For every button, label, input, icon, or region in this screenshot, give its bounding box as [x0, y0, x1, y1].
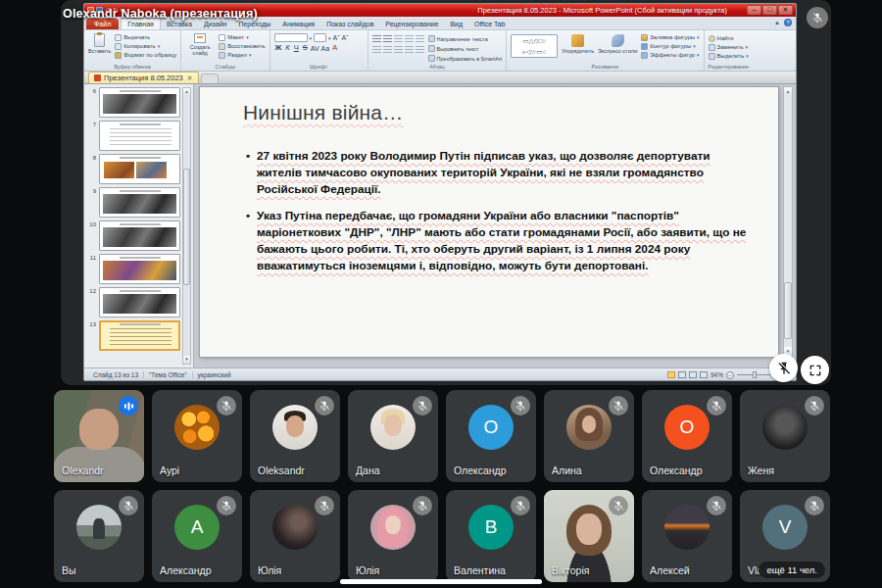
- font-size-combobox[interactable]: [314, 33, 326, 42]
- select-button[interactable]: Выделить▾: [709, 53, 749, 60]
- underline-button[interactable]: Ч: [293, 43, 300, 53]
- restore-button[interactable]: □: [762, 5, 777, 15]
- convert-smartart-button[interactable]: Преобразовать в SmartArt: [428, 55, 503, 62]
- zoom-slider[interactable]: [737, 374, 770, 375]
- zoom-out-icon[interactable]: −: [726, 371, 734, 379]
- participant-tile[interactable]: ВВалентина: [446, 490, 536, 582]
- replace-button[interactable]: Заменить▾: [709, 44, 749, 51]
- participant-name: Валентина: [454, 564, 506, 576]
- participant-tile[interactable]: Вікторія: [544, 490, 634, 582]
- paste-button[interactable]: Вставить: [88, 32, 111, 64]
- ribbon-tab[interactable]: Рецензирование: [379, 19, 444, 29]
- close-tab-icon[interactable]: ✕: [186, 74, 193, 82]
- character-spacing-icon[interactable]: AV: [311, 44, 319, 53]
- zoom-slider-thumb[interactable]: [753, 371, 757, 378]
- find-button[interactable]: Найти: [709, 35, 749, 42]
- decrease-indent-icon[interactable]: [394, 35, 403, 43]
- reading-view-icon[interactable]: [689, 371, 697, 378]
- participant-tile[interactable]: Женя: [740, 390, 830, 482]
- slideshow-view-icon[interactable]: [700, 371, 708, 378]
- shape-effects-button[interactable]: Эффекты фигур▾: [641, 52, 699, 59]
- align-right-icon[interactable]: [394, 46, 403, 54]
- slide-sorter-view-icon[interactable]: [678, 371, 686, 378]
- ribbon-tab[interactable]: Office Tab: [468, 19, 511, 29]
- participant-tile[interactable]: ААлександр: [152, 490, 242, 582]
- layout-button[interactable]: Макет▾: [219, 34, 265, 41]
- participant-tile[interactable]: Алина: [544, 390, 634, 482]
- normal-view-icon[interactable]: [667, 371, 675, 378]
- align-left-icon[interactable]: [372, 46, 381, 54]
- align-center-icon[interactable]: [383, 46, 392, 54]
- scrollbar-thumb[interactable]: [183, 169, 190, 285]
- ribbon-tab[interactable]: Вид: [444, 19, 468, 29]
- text-direction-button[interactable]: Направление текста: [428, 35, 503, 42]
- bold-button[interactable]: Ж: [274, 43, 283, 53]
- slide-thumbnail[interactable]: 10: [86, 220, 180, 251]
- participant-tile[interactable]: Olexandr: [54, 390, 144, 482]
- copy-button[interactable]: Копировать▾: [115, 43, 176, 50]
- slide-thumbnail[interactable]: 6: [86, 87, 180, 118]
- font-color-button[interactable]: А: [331, 43, 338, 53]
- close-button[interactable]: ✕: [778, 5, 793, 15]
- line-spacing-icon[interactable]: [416, 35, 424, 43]
- shape-fill-button[interactable]: Заливка фигуры▾: [641, 34, 699, 41]
- format-painter-button[interactable]: Формат по образцу: [115, 52, 176, 59]
- slide-thumbnail[interactable]: 8: [86, 154, 180, 184]
- new-slide-button[interactable]: Создать слайд: [185, 32, 215, 64]
- fullscreen-button[interactable]: [801, 356, 829, 384]
- slide-vertical-scrollbar[interactable]: ▲ ▼: [783, 86, 793, 357]
- cut-button[interactable]: Вырезать: [115, 34, 176, 41]
- arrange-button[interactable]: Упорядочить: [562, 32, 594, 64]
- collapse-ribbon-icon[interactable]: ▲: [774, 20, 780, 25]
- scroll-up-icon[interactable]: ▲: [183, 88, 190, 96]
- grow-font-icon[interactable]: Aˆ: [333, 33, 340, 42]
- quick-styles-button[interactable]: Экспресс-стили: [598, 32, 637, 64]
- shrink-font-icon[interactable]: Aˇ: [342, 33, 349, 42]
- font-name-combobox[interactable]: [274, 33, 308, 42]
- scroll-up-icon[interactable]: ▲: [784, 87, 792, 96]
- italic-button[interactable]: К: [284, 43, 290, 53]
- meeting-screen: ↺ ↻ ▾ Презентация 8.05.2023 - Microsoft …: [0, 0, 882, 588]
- participant-tile[interactable]: Аурі: [152, 390, 242, 482]
- strikethrough-button[interactable]: S: [302, 43, 309, 53]
- scrollbar-thumb[interactable]: [784, 282, 792, 339]
- slide-thumbnail[interactable]: 7: [86, 121, 180, 151]
- ribbon-tab[interactable]: Показ слайдов: [320, 19, 379, 29]
- slide-thumbnail[interactable]: 13: [86, 320, 180, 351]
- participant-tile[interactable]: Oleksandr: [250, 390, 340, 482]
- slide-thumbnail[interactable]: 11: [86, 254, 180, 284]
- align-text-button[interactable]: Выровнять текст: [428, 45, 503, 52]
- increase-indent-icon[interactable]: [405, 35, 414, 43]
- minimize-button[interactable]: –: [747, 5, 761, 15]
- participant-tile[interactable]: ООлександр: [642, 390, 732, 482]
- slide-thumbnail[interactable]: 9: [86, 187, 180, 218]
- slide-thumbnail[interactable]: 12: [86, 287, 180, 318]
- thumbnail-scrollbar[interactable]: ▲ ▼: [182, 87, 191, 365]
- more-participants-pill[interactable]: ещё 11 чел.: [759, 562, 825, 578]
- language-indicator[interactable]: украинский: [193, 371, 236, 378]
- shapes-gallery[interactable]: ▭△◇□○▹◁☆▭○: [511, 34, 558, 58]
- ribbon-tab[interactable]: Анимация: [276, 19, 320, 29]
- justify-icon[interactable]: [405, 46, 414, 54]
- bullets-icon[interactable]: [372, 35, 381, 43]
- participant-tile[interactable]: Вы: [54, 490, 144, 582]
- participant-tile[interactable]: ООлександр: [446, 390, 536, 482]
- change-case-icon[interactable]: Aa: [321, 44, 330, 53]
- participant-tile[interactable]: Юлія: [348, 490, 438, 582]
- screen-share-tile[interactable]: ↺ ↻ ▾ Презентация 8.05.2023 - Microsoft …: [61, 0, 831, 385]
- scroll-down-icon[interactable]: ▼: [183, 356, 190, 364]
- participant-tile[interactable]: VVladyещё 11 чел.: [740, 490, 830, 582]
- section-button[interactable]: Раздел▾: [219, 52, 265, 59]
- bottom-scroll-indicator[interactable]: [340, 579, 542, 584]
- numbering-icon[interactable]: [383, 35, 392, 43]
- shape-outline-button[interactable]: Контур фигуры▾: [641, 43, 699, 50]
- unpin-button[interactable]: [769, 354, 798, 382]
- document-tab[interactable]: Презентация 8.05.2023 ✕: [88, 72, 199, 83]
- participant-tile[interactable]: Юлія: [250, 490, 340, 582]
- participant-tile[interactable]: Алексей: [642, 490, 732, 582]
- new-tab-stub[interactable]: [201, 74, 219, 83]
- participant-tile[interactable]: Дана: [348, 390, 438, 482]
- reset-button[interactable]: Восстановить: [219, 43, 265, 50]
- help-icon[interactable]: ?: [784, 19, 792, 26]
- columns-icon[interactable]: [416, 46, 424, 54]
